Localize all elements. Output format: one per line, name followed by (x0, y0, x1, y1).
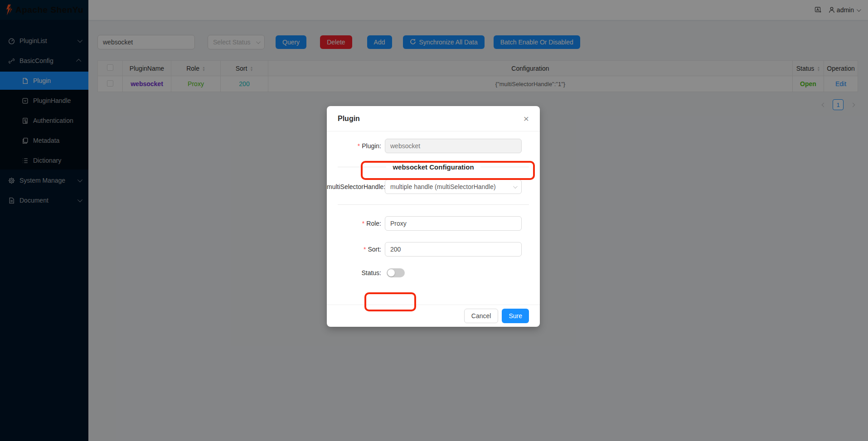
plugin-modal: Plugin × *Plugin: websocket Configuratio… (327, 106, 540, 327)
multiselectorhandle-label: multiSelectorHandle: (327, 183, 381, 190)
cancel-button[interactable]: Cancel (464, 309, 499, 323)
modal-header: Plugin × (327, 106, 540, 131)
modal-footer: Cancel Sure (327, 305, 540, 326)
modal-body: *Plugin: websocket Configuration multiSe… (327, 131, 540, 305)
close-icon[interactable]: × (524, 114, 529, 123)
config-section-divider: websocket Configuration (338, 163, 529, 171)
sort-field-row: *Sort: (327, 242, 540, 257)
modal-title: Plugin (338, 115, 360, 123)
multiselectorhandle-value: multiple handle (multiSelectorHandle) (390, 183, 496, 190)
required-mark: * (358, 142, 360, 150)
plugin-name-input[interactable] (385, 139, 522, 153)
status-toggle[interactable] (387, 268, 405, 277)
status-field-label: Status: (327, 269, 381, 276)
plugin-field-label: *Plugin: (327, 142, 381, 150)
sure-button[interactable]: Sure (502, 309, 529, 323)
toggle-knob (388, 269, 395, 276)
role-input[interactable] (385, 216, 522, 231)
plugin-field-row: *Plugin: (327, 139, 540, 153)
sort-input[interactable] (385, 242, 522, 257)
multiselectorhandle-field-row: multiSelectorHandle: multiple handle (mu… (327, 179, 540, 194)
divider-line (338, 167, 386, 167)
app-screen: Apache ShenYu PluginList BasicConfig (0, 0, 868, 441)
divider-line (338, 204, 529, 205)
config-section-title: websocket Configuration (393, 163, 474, 171)
chevron-down-icon (513, 184, 518, 189)
role-field-row: *Role: (327, 216, 540, 231)
status-field-row: Status: (327, 268, 540, 277)
multiselectorhandle-select[interactable]: multiple handle (multiSelectorHandle) (385, 179, 522, 194)
sort-field-label: *Sort: (327, 246, 381, 253)
divider-line (480, 167, 529, 167)
role-field-label: *Role: (327, 220, 381, 227)
